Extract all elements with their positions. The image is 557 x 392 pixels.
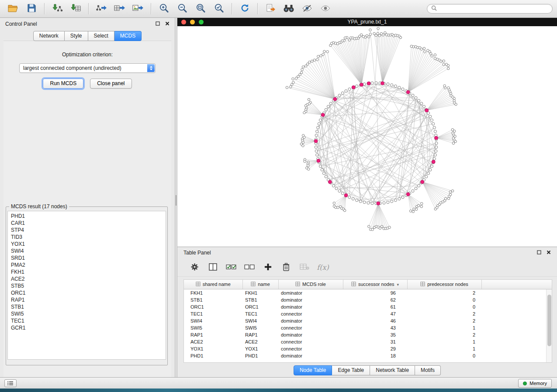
graph-node[interactable] [338,94,341,96]
graph-dominator-node[interactable] [425,109,429,112]
graph-node[interactable] [417,184,420,187]
tab-mcds[interactable]: MCDS [114,31,142,41]
graph-node[interactable] [383,202,385,204]
graph-node[interactable] [434,54,436,56]
graph-node[interactable] [398,197,401,200]
tab-network[interactable]: Network [33,31,65,41]
graph-node[interactable] [291,83,293,86]
table-row[interactable]: YOX1YOX1connector291 [184,345,552,352]
table-row[interactable]: TEC1TEC1connector472 [184,310,552,317]
graph-dominator-node[interactable] [434,136,438,140]
graph-node[interactable] [316,58,318,61]
export-image-button[interactable] [129,2,147,16]
tab-edge-table[interactable]: Edge Table [332,365,370,375]
graph-node[interactable] [387,83,389,86]
show-columns-button[interactable] [204,261,222,275]
graph-dominator-node[interactable] [360,83,363,86]
graph-node[interactable] [388,226,391,229]
open-file-button[interactable] [4,2,22,16]
graph-node[interactable] [373,32,376,35]
close-panel-button[interactable]: Close panel [90,79,131,89]
graph-node[interactable] [415,208,418,211]
graph-node[interactable] [415,187,417,190]
graph-node[interactable] [317,126,319,129]
table-row[interactable]: PHD1PHD1dominator180 [184,352,552,359]
table-row[interactable]: RAP1RAP1dominator352 [184,331,552,338]
graph-node[interactable] [369,33,372,36]
graph-node[interactable] [443,60,445,62]
graph-node[interactable] [371,228,374,231]
graph-node[interactable] [412,94,414,96]
graph-node[interactable] [391,200,393,203]
mcds-result-item[interactable]: CAR1 [8,220,166,227]
graph-dominator-node[interactable] [367,82,370,85]
graph-node[interactable] [443,63,445,66]
graph-node[interactable] [363,201,366,203]
graph-node[interactable] [304,160,306,163]
graph-node[interactable] [449,191,452,193]
graph-node[interactable] [401,196,404,199]
graph-node[interactable] [435,142,438,144]
graph-node[interactable] [304,105,307,107]
graph-node[interactable] [332,184,335,187]
graph-node[interactable] [427,49,429,52]
graph-node[interactable] [307,168,310,171]
graph-node[interactable] [375,82,377,84]
graph-node[interactable] [325,108,327,111]
graph-node[interactable] [337,206,339,209]
mcds-result-item[interactable]: SRD1 [8,254,166,261]
graph-node[interactable] [286,86,288,89]
graph-dominator-node[interactable] [344,194,348,197]
graph-node[interactable] [329,102,332,105]
graph-node[interactable] [348,196,351,199]
graph-node[interactable] [451,128,454,131]
graph-node[interactable] [341,92,344,94]
graph-node[interactable] [443,85,446,87]
column-header-name[interactable]: name [242,280,278,289]
mcds-result-item[interactable]: STB1 [8,303,166,310]
graph-node[interactable] [345,89,347,92]
scrollbar-thumb[interactable] [547,295,551,346]
delete-table-button[interactable] [295,261,314,275]
graph-node[interactable] [348,39,351,41]
graph-node[interactable] [451,190,454,193]
mcds-result-item[interactable]: TID3 [8,234,166,241]
graph-node[interactable] [317,55,320,58]
graph-dominator-node[interactable] [314,139,318,143]
graph-node[interactable] [333,202,336,205]
graph-dominator-node[interactable] [421,180,424,184]
graph-node[interactable] [341,192,344,195]
graph-node[interactable] [453,100,456,102]
table-row[interactable]: ACE2ACE2connector311 [184,338,552,345]
network-window-titlebar[interactable]: YPA_prune.txt_1 [177,18,557,26]
graph-node[interactable] [371,202,374,205]
graph-node[interactable] [412,210,415,213]
graph-dominator-node[interactable] [317,159,320,162]
graph-node[interactable] [329,44,332,47]
graph-node[interactable] [434,130,436,133]
graph-node[interactable] [413,208,415,210]
graph-node[interactable] [430,165,433,168]
minimize-window-icon[interactable] [190,20,195,24]
graph-node[interactable] [387,201,389,203]
graph-node[interactable] [385,34,388,36]
graph-node[interactable] [433,126,436,129]
graph-node[interactable] [295,77,298,79]
save-button[interactable] [23,2,40,16]
graph-node[interactable] [321,168,323,171]
graph-node[interactable] [391,84,393,86]
zoom-fit-button[interactable] [192,2,209,16]
graph-node[interactable] [318,123,320,125]
graph-node[interactable] [380,32,383,35]
graph-node[interactable] [307,165,309,167]
function-builder-button[interactable]: f(x) [314,261,332,275]
graph-node[interactable] [427,172,429,175]
mcds-result-item[interactable]: ACE2 [8,275,166,282]
graph-node[interactable] [368,225,370,228]
select-all-columns-button[interactable] [222,261,240,275]
graph-dominator-node[interactable] [321,113,325,117]
mcds-result-item[interactable]: STB5 [8,282,166,289]
import-table-button[interactable] [67,2,84,16]
graph-node[interactable] [429,115,432,118]
graph-node[interactable] [452,142,455,144]
